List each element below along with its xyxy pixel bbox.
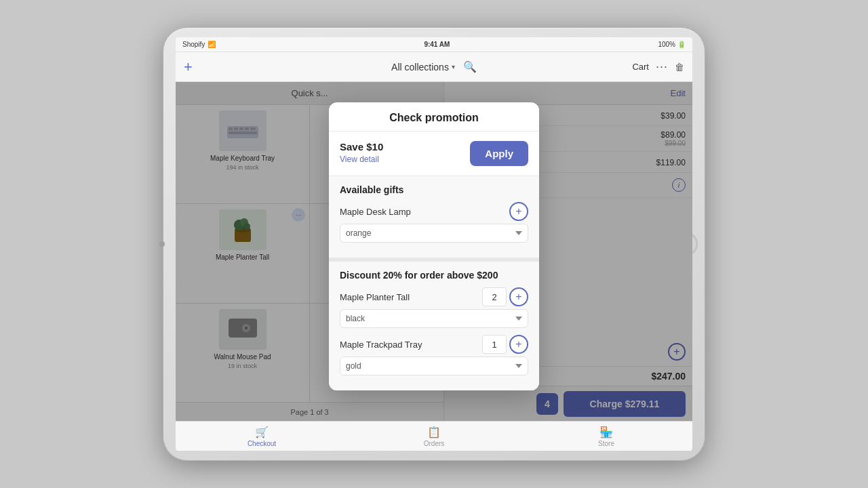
modal-title: Check promotion xyxy=(389,112,479,123)
gift-item-name: Maple Desk Lamp xyxy=(340,207,411,217)
discount-item: Maple Trackpad Tray + gold silver xyxy=(340,335,528,375)
discount-item: Maple Planter Tall + black white xyxy=(340,287,528,328)
store-tab-label: Store xyxy=(598,440,614,447)
tab-checkout[interactable]: 🛒 Checkout xyxy=(176,426,348,447)
qty-controls: + xyxy=(482,335,528,354)
collections-title[interactable]: All collections xyxy=(391,62,449,73)
orders-tab-label: Orders xyxy=(424,440,445,447)
qty-input[interactable] xyxy=(482,335,507,354)
apply-button[interactable]: Apply xyxy=(470,141,528,166)
ipad-shell: Shopify 📶 9:41 AM 100% 🔋 + All collectio… xyxy=(163,27,705,461)
view-detail-link[interactable]: View detail xyxy=(340,155,383,164)
promo-section: Save $10 View detail Apply xyxy=(329,131,539,176)
discount-item-header: Maple Trackpad Tray + xyxy=(340,335,528,354)
discount-section: Discount 20% for order above $200 Maple … xyxy=(329,258,539,390)
modal-body: Save $10 View detail Apply Available gif… xyxy=(329,131,539,390)
battery-icon: 🔋 xyxy=(677,41,686,48)
status-left: Shopify 📶 xyxy=(182,41,216,48)
qty-controls: + xyxy=(482,287,528,306)
discount-item-variant-select[interactable]: gold silver black xyxy=(340,357,528,375)
carrier-label: Shopify xyxy=(182,41,205,48)
main-content: Quick s... Maple Keyboard Tray 194 in st… xyxy=(176,82,692,421)
gifts-section-title: Available gifts xyxy=(340,184,528,195)
tab-bar: 🛒 Checkout 📋 Orders 🏪 Store xyxy=(176,421,692,451)
cart-title: Cart xyxy=(632,62,649,72)
check-promotion-modal: Check promotion Save $10 View detail App… xyxy=(329,102,539,390)
discount-item-name: Maple Planter Tall xyxy=(340,292,410,302)
promo-name: Save $10 xyxy=(340,141,383,152)
nav-right: Cart ··· 🗑 xyxy=(630,60,684,74)
modal-header: Check promotion xyxy=(329,102,539,131)
more-options-icon[interactable]: ··· xyxy=(656,60,668,74)
checkout-tab-label: Checkout xyxy=(248,440,276,447)
gift-item: Maple Desk Lamp + orange white black xyxy=(340,202,528,243)
discount-item-variant-select[interactable]: black white natural xyxy=(340,309,528,328)
discount-item-header: Maple Planter Tall + xyxy=(340,287,528,306)
orders-tab-icon: 📋 xyxy=(427,426,441,439)
modal-overlay[interactable]: Check promotion Save $10 View detail App… xyxy=(176,82,692,421)
promo-left: Save $10 View detail xyxy=(340,141,383,164)
discount-item-name: Maple Trackpad Tray xyxy=(340,340,422,350)
side-dot xyxy=(159,241,165,247)
ipad-screen: Shopify 📶 9:41 AM 100% 🔋 + All collectio… xyxy=(176,37,692,451)
nav-center: All collections ▾ 🔍 xyxy=(238,60,630,73)
status-right: 100% 🔋 xyxy=(658,41,686,48)
qty-increase-button[interactable]: + xyxy=(509,287,528,306)
gift-item-header: Maple Desk Lamp + xyxy=(340,202,528,221)
gift-variant-select[interactable]: orange white black xyxy=(340,224,528,243)
nav-bar: + All collections ▾ 🔍 Cart ··· 🗑 xyxy=(176,52,692,82)
qty-increase-button[interactable]: + xyxy=(509,335,528,354)
collections-dropdown-arrow[interactable]: ▾ xyxy=(452,63,455,70)
checkout-tab-icon: 🛒 xyxy=(255,426,269,439)
wifi-icon: 📶 xyxy=(208,41,216,48)
add-gift-button[interactable]: + xyxy=(509,202,528,221)
status-bar: Shopify 📶 9:41 AM 100% 🔋 xyxy=(176,37,692,52)
search-icon[interactable]: 🔍 xyxy=(463,60,477,73)
time-label: 9:41 AM xyxy=(424,41,450,48)
delete-icon[interactable]: 🗑 xyxy=(675,62,684,73)
store-tab-icon: 🏪 xyxy=(599,426,613,439)
qty-input[interactable] xyxy=(482,287,507,306)
tab-store[interactable]: 🏪 Store xyxy=(520,426,692,447)
add-button[interactable]: + xyxy=(184,58,193,76)
battery-label: 100% xyxy=(658,41,675,48)
discount-section-title: Discount 20% for order above $200 xyxy=(340,270,528,281)
tab-orders[interactable]: 📋 Orders xyxy=(348,426,520,447)
gifts-section: Available gifts Maple Desk Lamp + orange… xyxy=(329,176,539,258)
nav-left: + xyxy=(184,58,238,76)
